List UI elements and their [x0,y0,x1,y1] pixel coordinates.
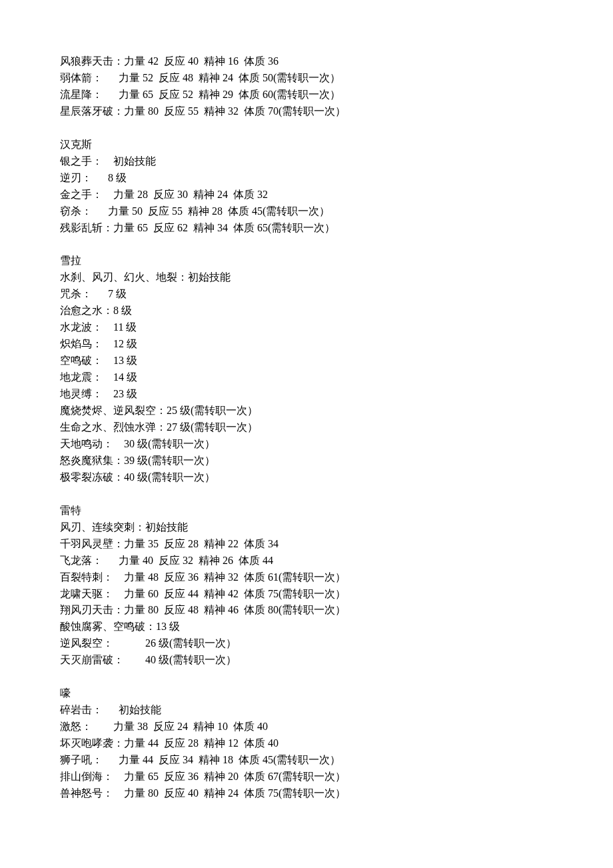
text-line: 飞龙落： 力量 40 反应 32 精神 26 体质 44 [60,553,553,569]
text-line: 雪拉 [60,253,553,269]
text-line: 排山倒海： 力量 65 反应 36 精神 20 体质 67(需转职一次） [60,769,553,785]
text-line: 风狼葬天击：力量 42 反应 40 精神 16 体质 36 [60,53,553,70]
text-line: 治愈之水：8 级 [60,303,553,319]
text-line: 百裂特刺： 力量 48 反应 36 精神 32 体质 61(需转职一次） [60,569,553,586]
text-line: 流星降： 力量 65 反应 52 精神 29 体质 60(需转职一次） [60,87,553,103]
text-line: 咒杀： 7 级 [60,286,553,303]
text-line: 空鸣破： 13 级 [60,353,553,369]
text-line: 翔风刃天击：力量 80 反应 48 精神 46 体质 80(需转职一次） [60,602,553,619]
text-line: 碎岩击： 初始技能 [60,702,553,719]
text-line: 水刹、风刃、幻火、地裂：初始技能 [60,269,553,286]
text-line: 星辰落牙破：力量 80 反应 55 精神 32 体质 70(需转职一次） [60,103,553,120]
text-line: 银之手： 初始技能 [60,153,553,170]
text-line: 狮子吼： 力量 44 反应 34 精神 18 体质 45(需转职一次） [60,752,553,769]
text-line: 地龙震： 14 级 [60,369,553,386]
text-line: 激怒： 力量 38 反应 24 精神 10 体质 40 [60,719,553,735]
text-line: 逆风裂空： 26 级(需转职一次） [60,635,553,652]
text-line: 魔烧焚烬、逆风裂空：25 级(需转职一次） [60,403,553,419]
section-2: 雪拉水刹、风刃、幻火、地裂：初始技能咒杀： 7 级治愈之水：8 级水龙波： 11… [60,253,553,485]
section-1: 汉克斯银之手： 初始技能逆刃： 8 级金之手： 力量 28 反应 30 精神 2… [60,137,553,237]
text-line: 汉克斯 [60,137,553,153]
text-line: 水龙波： 11 级 [60,319,553,336]
text-line: 地灵缚： 23 级 [60,386,553,403]
section-0: 风狼葬天击：力量 42 反应 40 精神 16 体质 36弱体箭： 力量 52 … [60,53,553,120]
text-line: 窃杀： 力量 50 反应 55 精神 28 体质 45(需转职一次） [60,203,553,220]
section-3: 雷特风刃、连续突刺：初始技能千羽风灵壁：力量 35 反应 28 精神 22 体质… [60,503,553,669]
text-line: 炽焰鸟： 12 级 [60,336,553,353]
text-line: 极零裂冻破：40 级(需转职一次） [60,469,553,486]
text-line: 酸蚀腐雾、空鸣破：13 级 [60,619,553,635]
text-line: 天地鸣动： 30 级(需转职一次） [60,436,553,453]
section-4: 嚎碎岩击： 初始技能激怒： 力量 38 反应 24 精神 10 体质 40坏灭咆… [60,685,553,802]
text-line: 雷特 [60,503,553,519]
text-line: 生命之水、烈蚀水弹：27 级(需转职一次） [60,419,553,436]
text-line: 千羽风灵壁：力量 35 反应 28 精神 22 体质 34 [60,536,553,553]
document-page: 风狼葬天击：力量 42 反应 40 精神 16 体质 36弱体箭： 力量 52 … [0,0,613,868]
text-line: 怒炎魔狱集：39 级(需转职一次） [60,453,553,469]
text-line: 逆刃： 8 级 [60,170,553,187]
text-line: 风刃、连续突刺：初始技能 [60,519,553,536]
text-line: 金之手： 力量 28 反应 30 精神 24 体质 32 [60,187,553,203]
text-line: 天灭崩雷破： 40 级(需转职一次） [60,652,553,669]
text-line: 弱体箭： 力量 52 反应 48 精神 24 体质 50(需转职一次） [60,70,553,87]
text-line: 残影乱斩：力量 65 反应 62 精神 34 体质 65(需转职一次） [60,220,553,237]
text-line: 龙啸天驱： 力量 60 反应 44 精神 42 体质 75(需转职一次） [60,586,553,603]
text-line: 嚎 [60,685,553,702]
text-line: 兽神怒号： 力量 80 反应 40 精神 24 体质 75(需转职一次） [60,785,553,802]
text-line: 坏灭咆哮袭：力量 44 反应 28 精神 12 体质 40 [60,735,553,752]
